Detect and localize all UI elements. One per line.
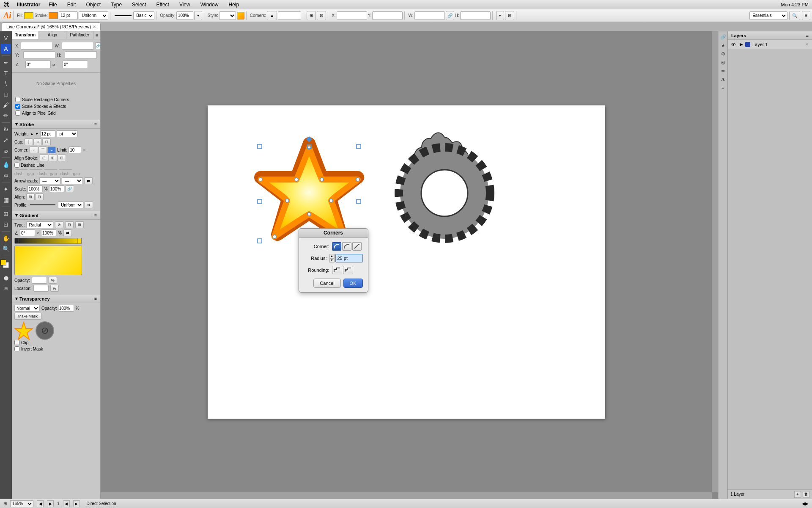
profile-select[interactable]: Uniform <box>58 202 83 208</box>
canvas-area[interactable]: Corners Corner: <box>101 31 718 499</box>
rounding-rel-btn[interactable] <box>343 266 353 274</box>
gradient-header[interactable]: ▾ Gradient ≡ <box>12 211 100 220</box>
tool-scale[interactable]: ⤢ <box>1 135 11 145</box>
gradient-thumb-left[interactable] <box>15 238 19 244</box>
gradient-menu[interactable]: ≡ <box>94 213 97 218</box>
distribute-btn[interactable]: ⊟ <box>505 11 514 20</box>
vertical-scrollbar[interactable] <box>712 31 718 492</box>
stroke-weight-up[interactable]: ▲ <box>30 132 34 136</box>
align-outside[interactable]: ⊡ <box>58 155 66 161</box>
tool-blend[interactable]: ∞ <box>1 170 11 180</box>
opacity-arrow[interactable]: ▾ <box>194 11 202 20</box>
align-btn[interactable]: ⌐ <box>496 11 505 20</box>
tab-transform[interactable]: Transform <box>12 31 39 39</box>
stroke-type-select[interactable]: Uniform <box>79 11 108 20</box>
w-input[interactable]: 236.713 pt <box>414 11 445 20</box>
stroke-swatch[interactable] <box>49 12 58 19</box>
right-icon-spiral[interactable]: ◎ <box>719 58 727 66</box>
align-extend[interactable]: ⊞ <box>26 193 35 200</box>
right-icon-gear[interactable]: ⚙ <box>719 50 727 58</box>
tool-artboard[interactable]: ⊞ <box>1 209 11 219</box>
search-btn[interactable]: 🔍 <box>789 11 800 20</box>
menu-help[interactable]: Help <box>227 2 241 8</box>
grad-location-pct[interactable]: % <box>50 285 59 292</box>
radius-down-btn[interactable]: ▼ <box>329 258 335 262</box>
layers-delete-btn[interactable]: 🗑 <box>803 491 809 498</box>
screen-modes-btn[interactable]: ⊞ <box>1 283 11 293</box>
tool-rotate[interactable]: ↻ <box>1 124 11 135</box>
menu-object[interactable]: Object <box>84 2 102 8</box>
right-icon-link[interactable]: 🔗 <box>719 33 727 41</box>
ok-button[interactable]: OK <box>343 279 363 288</box>
transform-link-btn[interactable]: 🔗 <box>96 42 101 49</box>
tool-paintbrush[interactable]: 🖌 <box>1 100 11 110</box>
tool-type[interactable]: T <box>1 68 11 78</box>
menu-view[interactable]: View <box>178 2 192 8</box>
transparency-menu[interactable]: ≡ <box>94 296 97 301</box>
grad-aspect-input[interactable] <box>41 229 56 236</box>
apple-menu[interactable]: ⌘ <box>3 0 10 8</box>
arrow-start-select[interactable]: — <box>39 177 60 184</box>
layers-panel-header[interactable]: Layers ≡ <box>728 31 812 40</box>
corner-miter[interactable]: ⌐ <box>30 146 38 153</box>
next-page-btn[interactable]: ▶ <box>73 500 80 507</box>
right-icon-arrows[interactable]: ⇔ <box>719 67 727 75</box>
rotate-input[interactable] <box>25 61 51 68</box>
clip-checkbox[interactable] <box>14 340 19 345</box>
menu-type[interactable]: Type <box>109 2 123 8</box>
cap-round[interactable]: ○ <box>33 138 42 145</box>
zoom-in-btn[interactable]: ◀ <box>37 500 44 507</box>
prev-page-btn[interactable]: ◀ <box>63 500 70 507</box>
fill-color-box[interactable] <box>0 260 6 265</box>
corners-up[interactable]: ▲ <box>267 11 277 20</box>
menu-effect[interactable]: Effect <box>154 2 170 8</box>
color-swatches[interactable] <box>0 260 11 271</box>
tool-column-graph[interactable]: ▦ <box>1 195 11 205</box>
menu-select[interactable]: Select <box>130 2 148 8</box>
radius-up-btn[interactable]: ▲ <box>329 254 335 258</box>
transform-x-input[interactable]: 230.459 pt <box>21 42 53 50</box>
grad-opacity-down[interactable]: % <box>49 277 57 284</box>
artboard[interactable]: Corners Corner: <box>208 105 605 419</box>
layers-arrow-btn[interactable]: ▶ <box>740 42 743 47</box>
transform-h-input[interactable]: 227.579 pt <box>65 51 97 59</box>
tool-direct-selection[interactable]: A <box>1 44 11 54</box>
menu-edit[interactable]: Edit <box>66 2 78 8</box>
grad-reverse[interactable]: ⇌ <box>63 229 72 236</box>
zoom-select[interactable]: 165% <box>10 500 33 507</box>
gradient-bar[interactable] <box>14 238 82 244</box>
stroke-section-header[interactable]: ▾ Stroke ≡ <box>12 120 100 129</box>
corner-round-btn[interactable] <box>332 242 341 251</box>
zoom-out-btn[interactable]: ▶ <box>47 500 54 507</box>
tool-hand[interactable]: ✋ <box>1 233 11 243</box>
tool-pen[interactable]: ✒ <box>1 58 11 68</box>
scale-corners-checkbox[interactable] <box>15 97 20 102</box>
tool-eyedropper[interactable]: 💧 <box>1 160 11 170</box>
drawing-modes-btn[interactable]: ⬤ <box>1 273 11 283</box>
rounding-abs-btn[interactable] <box>332 266 342 274</box>
tool-pencil[interactable]: ✏ <box>1 110 11 121</box>
transform-btn1[interactable]: ⊞ <box>307 11 316 20</box>
right-icon-star[interactable]: ★ <box>719 41 727 49</box>
stroke-weight-unit[interactable]: pt <box>57 130 78 137</box>
align-inside[interactable]: ⊞ <box>49 155 57 161</box>
corners-input[interactable]: 25 pt <box>278 11 301 20</box>
tool-line[interactable]: \ <box>1 79 11 89</box>
corner-bevel[interactable]: ⌣ <box>47 146 56 153</box>
limit-input[interactable] <box>69 146 81 153</box>
align-center[interactable]: ⊟ <box>40 155 48 161</box>
x-input[interactable]: 230.459 pt <box>337 11 367 20</box>
constrain-btn[interactable]: 🔗 <box>446 11 454 20</box>
horizontal-scrollbar[interactable] <box>101 492 712 499</box>
menu-file[interactable]: File <box>47 2 58 8</box>
arrow-end-select[interactable]: — <box>62 177 83 184</box>
scale-strokes-checkbox[interactable] <box>15 104 20 109</box>
tool-rect[interactable]: □ <box>1 89 11 99</box>
layer-lock-btn[interactable]: ○ <box>804 41 810 48</box>
cap-square[interactable]: □ <box>42 138 51 145</box>
menu-window[interactable]: Window <box>199 2 220 8</box>
transform-w-input[interactable]: 236.713 pt <box>62 42 94 50</box>
shear-input[interactable] <box>63 61 88 68</box>
gradient-color-swatch[interactable] <box>14 246 82 275</box>
transform-btn2[interactable]: ⊡ <box>317 11 326 20</box>
